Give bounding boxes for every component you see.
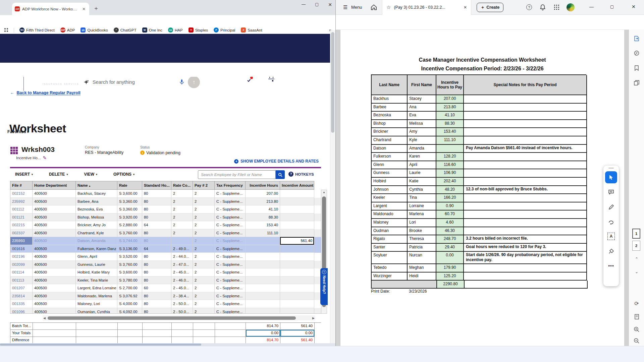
grid-col-header[interactable]: Incentive Hours <box>246 181 280 190</box>
grid-cell-name[interactable]: Barbee, Ana <box>76 198 117 206</box>
grid-cell-rate[interactable]: S 3,760.00 <box>117 229 142 237</box>
home-icon[interactable] <box>371 4 377 10</box>
grid-cell-tax[interactable]: C - Suppleme... <box>215 237 246 245</box>
grid-cell-name[interactable]: Oumanian, Cynthia <box>76 308 117 314</box>
app-grid-icon[interactable] <box>554 4 559 10</box>
grid-cell-name[interactable]: Chartrand, Kyle <box>76 229 117 237</box>
need-help-tab[interactable]: ? Need Help? <box>320 268 328 305</box>
grid-cell-amount[interactable] <box>280 205 314 214</box>
chevron-up-icon[interactable]: ⌃ <box>633 255 640 263</box>
grid-cell-hours[interactable]: 41.10 <box>246 205 280 214</box>
bookmarks-panel-icon[interactable] <box>633 64 640 72</box>
grid-cell-tax[interactable]: C - Suppleme... <box>215 214 246 222</box>
file-number-link[interactable]: 235993 <box>10 237 33 245</box>
grid-cell-dept[interactable]: 400500 <box>33 292 76 300</box>
grid-cell-amount[interactable] <box>280 198 314 206</box>
totals-cell[interactable]: 0.00 <box>246 330 280 337</box>
grid-cell-tax[interactable]: C - Suppleme... <box>215 229 246 237</box>
refresh-view-icon[interactable]: ⟳ <box>633 300 640 307</box>
table-row[interactable]: 002152400500Backhus, StaceyS 3,600.00802… <box>10 190 321 198</box>
bookmark-item[interactable]: 5/3Fifth Third Direct <box>19 27 55 33</box>
grid-cell-rate_co[interactable]: 2 - 44.0... <box>171 253 193 261</box>
grid-cell-amount[interactable] <box>280 308 314 314</box>
grid-cell-amount[interactable] <box>280 268 314 277</box>
grid-cell-pay2[interactable]: 2 <box>193 308 215 314</box>
menu-insert[interactable]: INSERT▾ <box>15 172 33 177</box>
grid-cell-name[interactable]: Maloney, Lori <box>76 300 117 308</box>
grid-cell-name[interactable]: Fulkerson, Karen Danz <box>76 245 117 253</box>
grid-cell-std[interactable]: 80 <box>142 261 171 269</box>
grid-cell-pay2[interactable]: 2 <box>193 300 215 308</box>
grid-cell-std[interactable]: 80 <box>142 300 171 308</box>
grid-cell-amount[interactable] <box>280 261 314 269</box>
adp-search-bar[interactable]: Search for anything ↑ <box>78 75 202 89</box>
grid-cell-pay2[interactable]: 2 <box>193 198 215 206</box>
add-text-tool-button[interactable]: A <box>605 230 617 242</box>
grid-cell-pay2[interactable]: 2 <box>193 229 215 237</box>
table-row[interactable]: 001112400500Beznoska, EvaS 3,360.008022C… <box>10 205 321 214</box>
grid-cell-dept[interactable]: 400500 <box>33 205 76 214</box>
tab-close-icon[interactable]: ✕ <box>464 5 467 10</box>
star-icon[interactable]: ☆ <box>386 4 391 10</box>
grid-cell-rate_co[interactable]: 2 - 38.4... <box>171 292 193 300</box>
table-row[interactable]: 001121400500Bishop, MelissaS 3,920.00802… <box>10 214 321 222</box>
page-thumbnail-2[interactable]: 2 <box>632 241 640 251</box>
grid-cell-rate_co[interactable]: 2 <box>171 221 193 229</box>
grid-cell-amount[interactable]: 561.40 <box>280 237 314 245</box>
grid-cell-pay2[interactable]: 2 <box>193 268 215 277</box>
grid-cell-tax[interactable]: C - Suppleme... <box>215 292 246 300</box>
comment-tool-button[interactable] <box>605 186 617 198</box>
grid-cell-hours[interactable] <box>246 292 280 300</box>
file-number-link[interactable]: 001335 <box>10 300 33 308</box>
grid-cell-rate_co[interactable]: 2 - 45.0... <box>171 268 193 277</box>
grid-cell-dept[interactable]: 400500 <box>33 190 76 198</box>
grid-col-header[interactable]: Pay # 2 <box>193 181 215 190</box>
grid-cell-rate_co[interactable]: 2 <box>171 198 193 206</box>
minimize-icon[interactable]: — <box>589 4 594 9</box>
bookmark-item[interactable]: *ChatGPT <box>114 27 137 33</box>
file-number-link[interactable]: 002337 <box>10 229 33 237</box>
grid-cell-pay2[interactable]: 2 <box>193 245 215 253</box>
grid-col-header[interactable]: Name ▲ <box>76 181 117 190</box>
table-row[interactable]: 235814400500Maldonado, MarlenaS 3,076.92… <box>10 292 321 300</box>
grid-cell-rate[interactable]: S 3,744.00 <box>117 237 142 245</box>
totals-cell[interactable]: 0.00 <box>280 330 315 337</box>
grid-cell-pay2[interactable]: 2 <box>193 214 215 222</box>
notifications-bell-icon[interactable] <box>540 4 546 10</box>
grid-cell-rate_co[interactable]: 2 <box>171 229 193 237</box>
bookmark-item[interactable]: //SaasAnt <box>241 27 262 33</box>
grid-cell-hours[interactable] <box>246 308 280 314</box>
grid-cell-pay2[interactable]: 2 <box>193 205 215 214</box>
table-row[interactable]: 002337400500Chartrand, KyleS 3,760.00802… <box>10 229 321 237</box>
grid-cell-std[interactable]: 80 <box>142 205 171 214</box>
adp-search-placeholder[interactable]: Search for anything <box>93 79 176 85</box>
table-row[interactable]: 001114400500Holbird, Katie MaryS 3,600.0… <box>10 268 321 277</box>
grid-cell-tax[interactable]: C - Suppleme... <box>215 268 246 277</box>
browser-page-scroll-thumb[interactable] <box>331 32 334 133</box>
grid-cell-dept[interactable]: 400500 <box>33 214 76 222</box>
help-icon[interactable]: ? <box>526 4 532 10</box>
grid-cell-std[interactable]: 64 <box>142 221 171 229</box>
grid-cell-tax[interactable]: C - Suppleme... <box>215 205 246 214</box>
table-row[interactable]: 001616400500Fulkerson, Karen DanzS 3,136… <box>10 245 321 253</box>
grid-cell-rate[interactable]: S 3,920.00 <box>117 214 142 222</box>
grid-cell-dept[interactable]: 400500 <box>33 261 76 269</box>
grid-cell-amount[interactable] <box>280 284 314 292</box>
table-row[interactable]: 235992400500Barbee, AnaS 3,360.008022C -… <box>10 198 321 206</box>
close-icon[interactable]: ✕ <box>632 4 636 9</box>
grid-cell-dept[interactable]: 400500 <box>33 237 76 245</box>
edit-pencil-icon[interactable]: ✎ <box>43 155 47 161</box>
grid-cell-dept[interactable]: 400500 <box>33 245 76 253</box>
file-number-link[interactable]: 002196 <box>10 253 33 261</box>
grid-cell-rate_co[interactable]: 2 - 45.0... <box>171 284 193 292</box>
table-row[interactable]: 002196400500Glenn, AprilS 3,520.00802 - … <box>10 253 321 261</box>
grid-cell-rate[interactable]: S 4,000.00 <box>117 300 142 308</box>
file-number-link[interactable]: 001096 <box>10 308 33 314</box>
grid-cell-amount[interactable] <box>280 277 314 285</box>
menu-delete[interactable]: DELETE▾ <box>49 172 68 177</box>
grid-cell-amount[interactable] <box>280 190 314 198</box>
grid-cell-pay2[interactable]: 2 <box>193 261 215 269</box>
rail-handle[interactable] <box>608 168 614 169</box>
tab-close-icon[interactable]: ✕ <box>81 7 87 11</box>
grid-col-header[interactable]: File # <box>10 181 33 190</box>
